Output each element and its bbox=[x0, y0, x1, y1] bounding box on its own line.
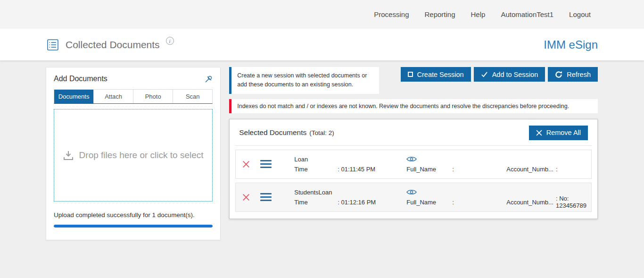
nav-user[interactable]: AutomationTest1 bbox=[501, 10, 553, 18]
info-icon[interactable]: i bbox=[166, 37, 174, 45]
page-header: Collected Documents i IMM eSign bbox=[0, 29, 644, 60]
close-icon bbox=[536, 130, 542, 136]
tab-attach[interactable]: Attach bbox=[93, 90, 133, 103]
refresh-button[interactable]: Refresh bbox=[548, 67, 598, 82]
selected-documents-header: Selected Documents (Total: 2) Remove All bbox=[235, 124, 592, 146]
alert-text: Indexes do not match and / or indexes ar… bbox=[237, 103, 569, 110]
preview-eye-icon[interactable] bbox=[406, 156, 417, 162]
index-mismatch-alert: Indexes do not match and / or indexes ar… bbox=[229, 99, 598, 113]
tab-documents[interactable]: Documents bbox=[54, 90, 93, 103]
tab-photo[interactable]: Photo bbox=[133, 90, 173, 103]
collected-documents-icon bbox=[47, 39, 59, 51]
add-to-session-button[interactable]: Add to Session bbox=[474, 67, 545, 82]
add-documents-panel: Add Documents Documents Attach Photo Sca… bbox=[46, 67, 221, 240]
document-name: Loan bbox=[294, 154, 406, 164]
add-documents-tabs: Documents Attach Photo Scan bbox=[54, 89, 213, 104]
selected-documents-total: (Total: 2) bbox=[309, 129, 334, 136]
tab-scan[interactable]: Scan bbox=[173, 90, 212, 103]
main-content: Add Documents Documents Attach Photo Sca… bbox=[0, 60, 644, 240]
full-name-value: : bbox=[452, 199, 454, 206]
create-session-button[interactable]: Create Session bbox=[401, 67, 471, 82]
drag-handle-icon[interactable] bbox=[260, 160, 282, 168]
preview-eye-icon[interactable] bbox=[406, 189, 417, 195]
brand-logo: IMM eSign bbox=[544, 38, 598, 51]
nav-logout[interactable]: Logout bbox=[569, 10, 591, 18]
upload-status-text: Upload completed successfully for 1 docu… bbox=[54, 211, 213, 219]
add-documents-title: Add Documents bbox=[54, 75, 107, 83]
time-label: Time bbox=[294, 199, 338, 206]
remove-document-icon[interactable] bbox=[242, 160, 260, 168]
remove-all-button[interactable]: Remove All bbox=[529, 126, 588, 140]
upload-icon bbox=[63, 151, 74, 160]
top-nav: Processing Reporting Help AutomationTest… bbox=[0, 0, 644, 29]
full-name-label: Full_Name bbox=[406, 166, 452, 173]
session-actions: Create Session Add to Session bbox=[401, 67, 598, 82]
drag-handle-icon[interactable] bbox=[260, 193, 282, 201]
nav-help[interactable]: Help bbox=[471, 10, 486, 18]
document-row: Loan Time : 01:11:45 PM bbox=[235, 150, 592, 179]
checkmark-icon bbox=[481, 71, 488, 77]
document-name: StudentsLoan bbox=[294, 187, 406, 197]
nav-processing[interactable]: Processing bbox=[374, 10, 409, 18]
full-name-value: : bbox=[452, 166, 454, 173]
selected-documents-panel: Selected Documents (Total: 2) Remove All bbox=[229, 119, 598, 219]
document-row: StudentsLoan Time : 01:12:16 PM bbox=[235, 183, 592, 212]
account-label: Account_Numb... bbox=[506, 199, 553, 206]
pin-icon[interactable] bbox=[205, 75, 213, 83]
time-value: : 01:11:45 PM bbox=[338, 166, 375, 173]
nav-reporting[interactable]: Reporting bbox=[424, 10, 455, 18]
remove-document-icon[interactable] bbox=[242, 194, 260, 201]
full-name-label: Full_Name bbox=[406, 199, 452, 206]
session-column: Create a new session with selected docum… bbox=[229, 67, 598, 219]
create-session-icon bbox=[408, 72, 413, 77]
session-info-text: Create a new session with selected docum… bbox=[237, 72, 367, 88]
upload-progress bbox=[54, 225, 213, 227]
page-title: Collected Documents bbox=[66, 39, 160, 51]
selected-documents-title: Selected Documents bbox=[239, 128, 306, 137]
refresh-icon bbox=[555, 71, 562, 78]
session-info-box: Create a new session with selected docum… bbox=[229, 67, 379, 94]
upload-progress-bar bbox=[54, 225, 213, 227]
time-value: : 01:12:16 PM bbox=[338, 199, 376, 206]
file-dropzone[interactable]: Drop files here or click to select bbox=[54, 109, 213, 202]
account-label: Account_Numb... bbox=[506, 166, 553, 173]
dropzone-text: Drop files here or click to select bbox=[79, 150, 204, 160]
time-label: Time bbox=[294, 166, 338, 173]
account-value: : No: 123456789 bbox=[556, 195, 586, 209]
account-value: : bbox=[556, 166, 558, 173]
